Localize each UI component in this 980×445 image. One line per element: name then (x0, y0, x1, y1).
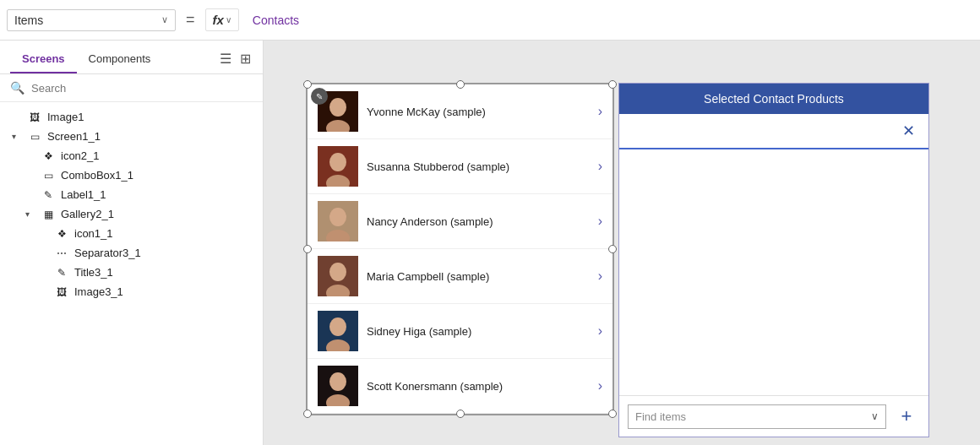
tree-icon-separator3_1: ⋯ (54, 247, 69, 259)
tree-label-icon2_1: icon2_1 (61, 149, 100, 162)
items-label: Items (14, 14, 43, 27)
sidebar-tree: 🖼 Image1 ▾ ▭ Screen1_1 ❖ icon2_1 ▭ Combo… (0, 102, 263, 445)
contacts-list: Yvonne McKay (sample) › Susanna Stubbero… (308, 84, 612, 414)
tree-icon-image1: 🖼 (27, 111, 42, 123)
contact-name-2: Nancy Anderson (sample) (367, 215, 590, 228)
contact-item-2[interactable]: Nancy Anderson (sample) › (308, 194, 612, 249)
tree-item-separator3_1[interactable]: ⋯ Separator3_1 (0, 243, 263, 263)
svg-point-13 (329, 317, 346, 336)
avatar-4 (318, 311, 358, 351)
tab-screens[interactable]: Screens (10, 47, 77, 73)
handle-bottom-right[interactable] (608, 410, 617, 418)
sidebar: Screens Components ☰ ⊞ 🔍 🖼 Image1 ▾ ▭ Sc… (0, 41, 264, 445)
handle-middle-left[interactable] (303, 245, 312, 253)
contact-name-3: Maria Campbell (sample) (367, 270, 590, 283)
fx-chevron-icon: ∨ (226, 15, 231, 24)
tree-icon-gallery2_1: ▦ (41, 209, 56, 220)
contact-item-5[interactable]: Scott Konersmann (sample) › (308, 359, 612, 414)
avatar-3 (318, 256, 358, 296)
handle-top-left[interactable] (303, 80, 312, 89)
contact-name-4: Sidney Higa (sample) (367, 325, 590, 338)
right-panel: Selected Contact Products ✕ Find items ∨… (618, 83, 929, 437)
tree-item-icon2_1[interactable]: ❖ icon2_1 (0, 146, 263, 166)
tab-components[interactable]: Components (77, 47, 163, 73)
items-dropdown[interactable]: Items ∨ (7, 9, 176, 31)
formula-bar[interactable]: Contacts (246, 10, 973, 30)
handle-middle-right[interactable] (608, 245, 617, 253)
right-panel-header: Selected Contact Products (619, 84, 928, 114)
close-button[interactable]: ✕ (898, 121, 918, 141)
sidebar-tabs-left: Screens Components (10, 47, 162, 73)
tree-item-label1_1[interactable]: ✎ Label1_1 (0, 185, 263, 204)
right-panel-body (619, 149, 928, 318)
contact-name-1: Susanna Stubberod (sample) (367, 160, 590, 173)
tree-item-combobox1_1[interactable]: ▭ ComboBox1_1 (0, 166, 263, 185)
tree-label-separator3_1: Separator3_1 (74, 247, 141, 259)
tree-item-screen1_1[interactable]: ▾ ▭ Screen1_1 (0, 127, 263, 146)
search-input[interactable] (31, 82, 253, 95)
right-panel-footer: Find items ∨ + (619, 395, 928, 437)
fx-button[interactable]: fx ∨ (205, 8, 239, 31)
tree-label-label1_1: Label1_1 (61, 188, 106, 201)
equals-sign: = (182, 11, 199, 29)
tree-item-image1[interactable]: 🖼 Image1 (0, 107, 263, 127)
tree-label-icon1_1: icon1_1 (74, 227, 113, 240)
svg-point-7 (329, 208, 346, 226)
list-view-icon[interactable]: ☰ (218, 49, 233, 68)
canvas: ✎ Yvonne McKay (sample) › Susanna Stubbe (264, 41, 980, 445)
handle-bottom-center[interactable] (456, 410, 465, 418)
contact-item-3[interactable]: Maria Campbell (sample) › (308, 249, 612, 304)
handle-bottom-left[interactable] (303, 410, 312, 418)
tree-item-icon1_1[interactable]: ❖ icon1_1 (0, 224, 263, 243)
search-bar: 🔍 (0, 74, 263, 102)
tree-item-image3_1[interactable]: 🖼 Image3_1 (0, 282, 263, 301)
right-panel-close-area: ✕ (619, 114, 928, 149)
svg-point-4 (329, 153, 346, 171)
tree-icon-icon2_1: ❖ (41, 150, 56, 162)
fx-icon: fx (213, 13, 224, 27)
contact-name-0: Yvonne McKay (sample) (367, 106, 590, 118)
tree-label-screen1_1: Screen1_1 (47, 130, 101, 143)
handle-top-center[interactable] (456, 80, 465, 89)
search-icon: 🔍 (10, 81, 24, 95)
avatar-1 (318, 146, 358, 187)
find-items-dropdown[interactable]: Find items ∨ (628, 404, 886, 429)
tree-icon-image3_1: 🖼 (54, 286, 69, 298)
contact-item-4[interactable]: Sidney Higa (sample) › (308, 304, 612, 359)
contact-chevron-0: › (598, 104, 602, 119)
tree-icon-combobox1_1: ▭ (41, 170, 56, 182)
contact-item-1[interactable]: Susanna Stubberod (sample) › (308, 139, 612, 194)
tree-label-combobox1_1: ComboBox1_1 (61, 169, 133, 182)
tree-label-image1: Image1 (47, 111, 84, 123)
tree-arrow-gallery2_1: ▾ (25, 209, 35, 219)
contact-item-0[interactable]: Yvonne McKay (sample) › (308, 84, 612, 139)
sidebar-tab-icons: ☰ ⊞ (218, 49, 253, 72)
contact-chevron-5: › (598, 378, 602, 393)
tree-icon-icon1_1: ❖ (54, 228, 69, 240)
gallery-edit-icon[interactable]: ✎ (311, 88, 328, 105)
toolbar: Items ∨ = fx ∨ Contacts (0, 0, 980, 41)
tree-icon-title3_1: ✎ (54, 267, 69, 279)
find-items-arrow-icon: ∨ (871, 410, 879, 422)
main-area: Screens Components ☰ ⊞ 🔍 🖼 Image1 ▾ ▭ Sc… (0, 41, 980, 445)
add-button[interactable]: + (893, 403, 920, 430)
find-items-label: Find items (635, 410, 686, 423)
tree-item-gallery2_1[interactable]: ▾ ▦ Gallery2_1 (0, 204, 263, 224)
tree-label-gallery2_1: Gallery2_1 (61, 208, 114, 220)
gallery-panel: ✎ Yvonne McKay (sample) › Susanna Stubbe (306, 83, 614, 415)
svg-point-10 (329, 263, 346, 281)
contact-chevron-1: › (598, 159, 602, 174)
contact-chevron-3: › (598, 269, 602, 284)
tree-item-title3_1[interactable]: ✎ Title3_1 (0, 263, 263, 282)
avatar-5 (318, 366, 358, 406)
svg-point-16 (329, 372, 346, 391)
grid-view-icon[interactable]: ⊞ (238, 49, 253, 68)
contact-chevron-4: › (598, 323, 602, 339)
dropdown-arrow-icon: ∨ (161, 14, 168, 25)
tree-icon-label1_1: ✎ (41, 189, 56, 201)
sidebar-tabs: Screens Components ☰ ⊞ (0, 41, 263, 74)
avatar-2 (318, 201, 358, 241)
tree-label-image3_1: Image3_1 (74, 285, 123, 298)
contact-chevron-2: › (598, 214, 602, 229)
handle-top-right[interactable] (608, 80, 617, 89)
